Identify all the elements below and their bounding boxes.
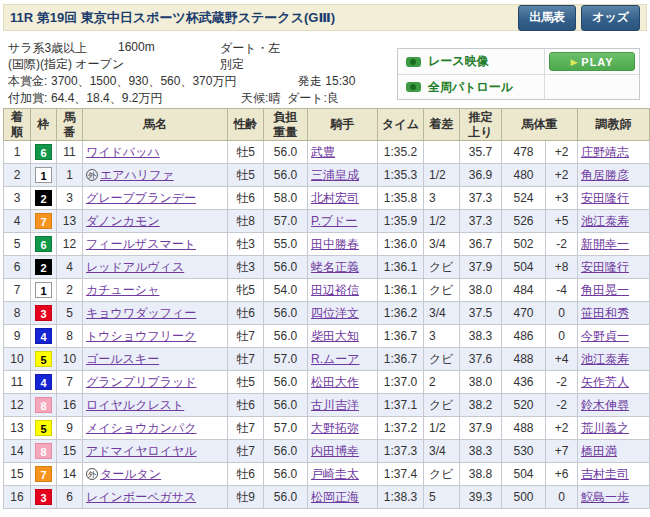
jockey-cell: 蛯名正義 bbox=[308, 256, 378, 279]
weather: 天候:晴 bbox=[241, 90, 280, 107]
margin: 1/2 bbox=[424, 417, 460, 440]
last-3f: 37.9 bbox=[460, 417, 502, 440]
trainer-link[interactable]: 荒川義之 bbox=[581, 421, 629, 435]
table-row: 12 8 16 ロイヤルクレスト 牡6 56.0 古川吉洋 1:37.1 クビ … bbox=[4, 394, 650, 417]
horse-weight: 530 bbox=[502, 440, 546, 463]
jockey-link[interactable]: P.ブドー bbox=[311, 214, 357, 228]
frame-number-badge: 5 bbox=[35, 351, 52, 367]
trainer-link[interactable]: 吉村圭司 bbox=[581, 467, 629, 481]
trainer-link[interactable]: 新開幸一 bbox=[581, 237, 629, 251]
finish-time: 1:37.2 bbox=[378, 417, 424, 440]
jockey-link[interactable]: 武豊 bbox=[311, 145, 335, 159]
horse-name-cell: メイショウカンパク bbox=[83, 417, 228, 440]
horse-weight-diff: +4 bbox=[546, 348, 578, 371]
jockey-link[interactable]: 蛯名正義 bbox=[311, 260, 359, 274]
horse-name-link[interactable]: カチューシャ bbox=[86, 283, 159, 297]
finish-position: 6 bbox=[4, 256, 31, 279]
margin: 3/4 bbox=[424, 440, 460, 463]
jockey-cell: 松田大作 bbox=[308, 371, 378, 394]
frame-number-badge: 7 bbox=[35, 213, 52, 229]
horse-number: 10 bbox=[57, 348, 83, 371]
jockey-link[interactable]: 田辺裕信 bbox=[311, 283, 359, 297]
horse-name-link[interactable]: レッドアルヴィス bbox=[86, 260, 184, 274]
jockey-link[interactable]: 北村宏司 bbox=[311, 191, 359, 205]
horse-weight: 488 bbox=[502, 348, 546, 371]
horse-weight-diff: 0 bbox=[546, 325, 578, 348]
results-table: 着 順 枠 馬 番 馬名 性齢 負担 重量 騎手 タイム 着差 推定 上り 馬体… bbox=[3, 108, 650, 509]
horse-name-link[interactable]: フィールザスマート bbox=[86, 237, 196, 251]
jockey-link[interactable]: 大野拓弥 bbox=[311, 421, 359, 435]
jockey-link[interactable]: 内田博幸 bbox=[311, 444, 359, 458]
horse-name-link[interactable]: エアハリファ bbox=[100, 168, 174, 182]
last-3f: 37.3 bbox=[460, 187, 502, 210]
race-title-bar: 11R 第19回 東京中日スポーツ杯武蔵野ステークス(GⅢ) 出馬表 オッズ bbox=[3, 4, 647, 31]
horse-name-cell: トウショウフリーク bbox=[83, 325, 228, 348]
horse-weight: 470 bbox=[502, 302, 546, 325]
frame-number-badge: 6 bbox=[35, 144, 52, 160]
horse-weight-diff: -2 bbox=[546, 233, 578, 256]
margin: 2 bbox=[424, 371, 460, 394]
jockey-cell: 内田博幸 bbox=[308, 440, 378, 463]
jockey-link[interactable]: 松岡正海 bbox=[311, 490, 359, 504]
horse-name-link[interactable]: ゴールスキー bbox=[86, 352, 159, 366]
jockey-cell: 松岡正海 bbox=[308, 486, 378, 509]
entry-table-button[interactable]: 出馬表 bbox=[518, 5, 576, 31]
carried-weight: 56.0 bbox=[264, 463, 308, 486]
jockey-link[interactable]: 古川吉洋 bbox=[311, 398, 359, 412]
trainer-cell: 笹田和秀 bbox=[578, 302, 650, 325]
finish-time: 1:35.2 bbox=[378, 141, 424, 164]
horse-name-link[interactable]: タールタン bbox=[100, 467, 161, 481]
horse-name-link[interactable]: ダノンカモン bbox=[86, 214, 160, 228]
jockey-link[interactable]: 松田大作 bbox=[311, 375, 359, 389]
sex-age: 牡5 bbox=[228, 164, 264, 187]
trainer-link[interactable]: 鈴木伸尋 bbox=[581, 398, 629, 412]
trainer-link[interactable]: 庄野靖志 bbox=[581, 145, 629, 159]
trainer-link[interactable]: 橋田満 bbox=[581, 444, 617, 458]
trainer-link[interactable]: 池江泰寿 bbox=[581, 352, 629, 366]
odds-button[interactable]: オッズ bbox=[581, 5, 640, 31]
horse-weight-diff: +7 bbox=[546, 440, 578, 463]
horse-name-link[interactable]: グランプリブラッド bbox=[86, 375, 197, 389]
frame-number-badge: 8 bbox=[35, 443, 52, 459]
last-3f: 38.0 bbox=[460, 279, 502, 302]
sex-age: 牡7 bbox=[228, 417, 264, 440]
trainer-link[interactable]: 矢作芳人 bbox=[581, 375, 629, 389]
jockey-cell: 戸崎圭太 bbox=[308, 463, 378, 486]
jockey-cell: R.ムーア bbox=[308, 348, 378, 371]
trainer-link[interactable]: 角田晃一 bbox=[581, 283, 629, 297]
jockey-link[interactable]: 四位洋文 bbox=[311, 306, 359, 320]
jockey-link[interactable]: R.ムーア bbox=[311, 352, 360, 366]
horse-name-link[interactable]: メイショウカンパク bbox=[86, 421, 197, 435]
trainer-cell: 安田隆行 bbox=[578, 187, 650, 210]
race-video-row: レース映像 ▶PLAY bbox=[398, 49, 639, 74]
horse-weight: 486 bbox=[502, 325, 546, 348]
finish-position: 2 bbox=[4, 164, 31, 187]
horse-name-link[interactable]: アドマイヤロイヤル bbox=[86, 444, 197, 458]
jockey-link[interactable]: 三浦皇成 bbox=[311, 168, 359, 182]
horse-name-cell: キョウワダッフィー bbox=[83, 302, 228, 325]
trainer-link[interactable]: 角居勝彦 bbox=[581, 168, 629, 182]
horse-name-cell: カチューシャ bbox=[83, 279, 228, 302]
horse-name-link[interactable]: キョウワダッフィー bbox=[86, 306, 196, 320]
trainer-link[interactable]: 鮫島一歩 bbox=[581, 490, 629, 504]
horse-weight: 520 bbox=[502, 394, 546, 417]
finish-position: 5 bbox=[4, 233, 31, 256]
jockey-link[interactable]: 田中勝春 bbox=[311, 237, 359, 251]
horse-name-link[interactable]: ロイヤルクレスト bbox=[86, 398, 184, 412]
horse-name-link[interactable]: トウショウフリーク bbox=[86, 329, 196, 343]
horse-name-link[interactable]: グレープブランデー bbox=[86, 191, 196, 205]
horse-number: 5 bbox=[57, 302, 83, 325]
finish-position: 7 bbox=[4, 279, 31, 302]
jockey-link[interactable]: 戸崎圭太 bbox=[311, 467, 359, 481]
trainer-link[interactable]: 安田隆行 bbox=[581, 191, 629, 205]
trainer-link[interactable]: 池江泰寿 bbox=[581, 214, 629, 228]
trainer-link[interactable]: 笹田和秀 bbox=[581, 306, 629, 320]
horse-name-link[interactable]: レインボーペガサス bbox=[86, 490, 196, 504]
play-button[interactable]: ▶PLAY bbox=[549, 52, 635, 71]
trainer-link[interactable]: 今野貞一 bbox=[581, 329, 629, 343]
last-3f: 38.8 bbox=[460, 463, 502, 486]
horse-name-link[interactable]: ワイドバッハ bbox=[86, 145, 160, 159]
trainer-link[interactable]: 安田隆行 bbox=[581, 260, 629, 274]
jockey-link[interactable]: 柴田大知 bbox=[311, 329, 359, 343]
horse-number: 11 bbox=[57, 141, 83, 164]
